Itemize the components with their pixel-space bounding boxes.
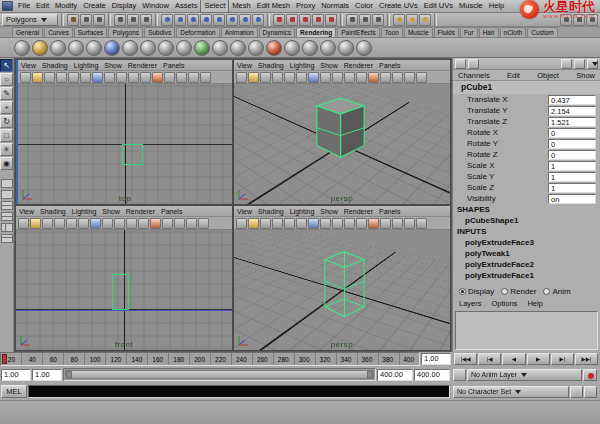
shelf-tab[interactable]: Fur xyxy=(460,27,478,37)
preferences-icon[interactable] xyxy=(570,386,583,398)
attribute-label[interactable]: Rotate X xyxy=(467,128,548,137)
animation-end-field[interactable]: 400.00 xyxy=(414,369,450,381)
two-pane-side-layout-button[interactable] xyxy=(1,190,13,199)
shelf-tab[interactable]: Surfaces xyxy=(74,27,108,37)
shelf-tab[interactable]: Subdivs xyxy=(144,27,175,37)
divider[interactable] xyxy=(108,14,111,26)
selected-node-name[interactable]: pCube1 xyxy=(453,81,600,94)
camera-attributes-icon[interactable] xyxy=(44,72,55,83)
current-frame-marker[interactable] xyxy=(2,354,7,364)
script-editor-icon[interactable] xyxy=(584,386,597,398)
two-pane-stacked-layout-button[interactable] xyxy=(1,201,13,210)
attribute-value-field[interactable]: 1.521 xyxy=(548,117,596,127)
divider[interactable] xyxy=(61,14,64,26)
command-line-input[interactable] xyxy=(28,385,450,398)
panel-menu-item[interactable]: Renderer xyxy=(344,62,373,69)
field-chart-icon[interactable] xyxy=(150,218,161,229)
universal-manipulator-tool[interactable]: ✳ xyxy=(0,143,13,156)
layer-menu-item[interactable]: Help xyxy=(527,299,542,308)
image-plane-icon[interactable] xyxy=(284,218,295,229)
safe-title-icon[interactable] xyxy=(174,218,185,229)
playback-start-field[interactable]: 1.00 xyxy=(32,369,62,381)
resolution-gate-icon[interactable] xyxy=(128,72,139,83)
paint-select-tool[interactable]: ✎ xyxy=(0,87,13,100)
ipr-render-icon[interactable] xyxy=(406,14,418,26)
divider[interactable] xyxy=(267,14,270,26)
attribute-label[interactable]: Translate Y xyxy=(467,106,548,115)
use-background-icon[interactable] xyxy=(266,40,282,56)
panel-menu-item[interactable]: Shading xyxy=(258,62,284,69)
attribute-label[interactable]: Rotate Y xyxy=(467,139,548,148)
divider[interactable] xyxy=(434,14,437,26)
lasso-tool[interactable]: ○ xyxy=(0,73,13,86)
render-current-frame-icon[interactable] xyxy=(393,14,405,26)
layered-shader-icon[interactable] xyxy=(140,40,156,56)
select-misc-icon[interactable] xyxy=(252,14,264,26)
image-plane-icon[interactable] xyxy=(66,218,77,229)
anim-layer-icon[interactable] xyxy=(453,369,466,381)
attribute-value-field[interactable]: 1 xyxy=(548,161,596,171)
lock-camera-icon[interactable] xyxy=(30,218,41,229)
menu-item[interactable]: Muscle xyxy=(456,0,486,12)
safe-title-icon[interactable] xyxy=(392,72,403,83)
panel-menu-item[interactable]: View xyxy=(19,208,34,215)
channel-slider-mode-icon[interactable] xyxy=(561,59,572,69)
extruded-cube-mesh[interactable] xyxy=(234,84,450,204)
select-handles-icon[interactable] xyxy=(161,14,173,26)
shelf-tab[interactable]: Muscle xyxy=(404,27,433,37)
selected-cube-outline[interactable] xyxy=(112,274,129,310)
panel-menu-item[interactable]: Shading xyxy=(258,208,284,215)
transport-button[interactable]: ▶| xyxy=(551,353,574,365)
attribute-value-field[interactable]: 2.154 xyxy=(548,106,596,116)
toggle-tool-settings-icon[interactable] xyxy=(573,14,585,26)
grease-pencil-icon[interactable] xyxy=(90,218,101,229)
wireframe-mode-icon[interactable] xyxy=(188,72,199,83)
blinn-material-icon[interactable] xyxy=(104,40,120,56)
ipr-render-icon[interactable] xyxy=(50,40,66,56)
panel-menu-item[interactable]: Lighting xyxy=(74,62,99,69)
panel-menu-item[interactable]: Shading xyxy=(40,208,66,215)
menu-item[interactable]: File xyxy=(15,0,33,12)
panel-menu-item[interactable]: Panels xyxy=(379,62,400,69)
safe-action-icon[interactable] xyxy=(164,72,175,83)
grease-pencil-icon[interactable] xyxy=(92,72,103,83)
snap-point-icon[interactable] xyxy=(299,14,311,26)
image-plane-icon[interactable] xyxy=(284,72,295,83)
bookmarks-icon[interactable] xyxy=(54,218,65,229)
select-curves-icon[interactable] xyxy=(187,14,199,26)
2d-pan-zoom-icon[interactable] xyxy=(78,218,89,229)
surface-shader-icon[interactable] xyxy=(248,40,264,56)
safe-action-icon[interactable] xyxy=(380,72,391,83)
panel-menu-item[interactable]: View xyxy=(237,208,252,215)
snap-view-icon[interactable] xyxy=(325,14,337,26)
attribute-value-field[interactable]: 1 xyxy=(548,183,596,193)
layer-menu-item[interactable]: Layers xyxy=(459,299,482,308)
spot-light-icon[interactable] xyxy=(356,40,372,56)
film-gate-icon[interactable] xyxy=(114,218,125,229)
panel-menu-item[interactable]: Lighting xyxy=(72,208,97,215)
panel-menu-item[interactable]: Lighting xyxy=(290,62,315,69)
select-component-icon[interactable] xyxy=(140,14,152,26)
safe-title-icon[interactable] xyxy=(392,218,403,229)
select-camera-icon[interactable] xyxy=(18,218,29,229)
shaded-mode-icon[interactable] xyxy=(200,72,211,83)
bookmark-tab-icon[interactable] xyxy=(455,59,466,69)
ramp-shader-icon[interactable] xyxy=(212,40,228,56)
attribute-value-field[interactable]: 0 xyxy=(548,139,596,149)
panel-menu-item[interactable]: Show xyxy=(320,208,338,215)
menu-item[interactable]: Create xyxy=(80,0,109,12)
grid-toggle-icon[interactable] xyxy=(102,218,113,229)
select-surfaces-icon[interactable] xyxy=(200,14,212,26)
layer-mode-radio[interactable]: Display xyxy=(459,287,494,296)
divider[interactable] xyxy=(155,14,158,26)
rotate-tool[interactable]: ↻ xyxy=(0,115,13,128)
shelf-tab[interactable]: Animation xyxy=(221,27,258,37)
shelf-tab[interactable]: Polygons xyxy=(108,27,143,37)
camera-attributes-icon[interactable] xyxy=(260,72,271,83)
directional-light-icon[interactable] xyxy=(320,40,336,56)
2d-pan-zoom-icon[interactable] xyxy=(296,72,307,83)
panel-menu-item[interactable]: Show xyxy=(104,62,122,69)
attribute-label[interactable]: Scale Z xyxy=(467,183,548,192)
select-dynamics-icon[interactable] xyxy=(226,14,238,26)
shaded-mode-icon[interactable] xyxy=(416,218,427,229)
